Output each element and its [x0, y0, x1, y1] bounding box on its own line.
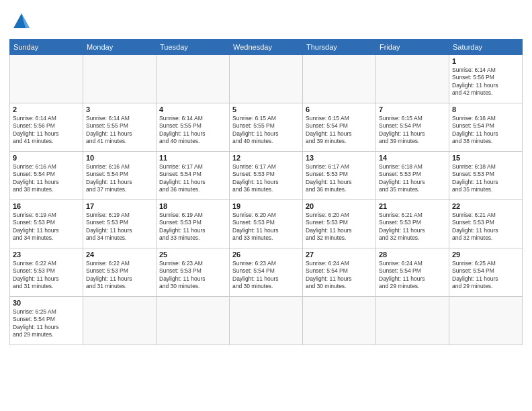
calendar-cell: 24Sunrise: 6:22 AMSunset: 5:53 PMDayligh…	[83, 248, 157, 297]
calendar-cell: 29Sunrise: 6:25 AMSunset: 5:54 PMDayligh…	[449, 248, 523, 297]
day-info: Sunrise: 6:18 AMSunset: 5:53 PMDaylight:…	[452, 163, 519, 194]
day-number: 17	[86, 202, 153, 210]
day-number: 25	[159, 250, 226, 259]
day-info: Sunrise: 6:16 AMSunset: 5:54 PMDaylight:…	[13, 163, 80, 194]
calendar-week-row: 30Sunrise: 6:25 AMSunset: 5:54 PMDayligh…	[10, 297, 523, 345]
calendar-cell: 11Sunrise: 6:17 AMSunset: 5:54 PMDayligh…	[157, 152, 230, 200]
day-number: 23	[13, 250, 80, 259]
calendar-cell	[376, 297, 449, 345]
day-number: 21	[379, 202, 446, 210]
day-info: Sunrise: 6:14 AMSunset: 5:55 PMDaylight:…	[159, 115, 226, 146]
day-info: Sunrise: 6:25 AMSunset: 5:54 PMDaylight:…	[13, 308, 80, 339]
calendar-cell: 18Sunrise: 6:19 AMSunset: 5:53 PMDayligh…	[157, 200, 230, 248]
calendar-cell	[230, 297, 303, 345]
day-number: 24	[86, 250, 153, 259]
calendar-week-row: 9Sunrise: 6:16 AMSunset: 5:54 PMDaylight…	[10, 152, 523, 200]
calendar-cell: 8Sunrise: 6:16 AMSunset: 5:54 PMDaylight…	[449, 103, 523, 152]
calendar-week-row: 16Sunrise: 6:19 AMSunset: 5:53 PMDayligh…	[10, 200, 523, 248]
day-info: Sunrise: 6:19 AMSunset: 5:53 PMDaylight:…	[159, 212, 226, 242]
day-number: 28	[379, 250, 446, 259]
calendar-cell	[157, 55, 230, 103]
day-info: Sunrise: 6:24 AMSunset: 5:54 PMDaylight:…	[379, 260, 446, 291]
weekday-header-row: SundayMondayTuesdayWednesdayThursdayFrid…	[10, 40, 523, 55]
day-number: 30	[13, 299, 80, 307]
day-number: 9	[13, 154, 80, 162]
day-info: Sunrise: 6:16 AMSunset: 5:54 PMDaylight:…	[452, 115, 519, 146]
calendar-cell: 5Sunrise: 6:15 AMSunset: 5:55 PMDaylight…	[230, 103, 303, 152]
day-info: Sunrise: 6:22 AMSunset: 5:53 PMDaylight:…	[86, 260, 153, 291]
weekday-header-tuesday: Tuesday	[157, 40, 230, 55]
calendar-cell: 4Sunrise: 6:14 AMSunset: 5:55 PMDaylight…	[157, 103, 230, 152]
calendar-cell	[230, 55, 303, 103]
day-number: 1	[452, 57, 519, 65]
calendar-cell: 1Sunrise: 6:14 AMSunset: 5:56 PMDaylight…	[449, 55, 523, 103]
day-info: Sunrise: 6:17 AMSunset: 5:53 PMDaylight:…	[306, 163, 373, 194]
calendar-cell	[157, 297, 230, 345]
day-number: 3	[86, 105, 153, 113]
day-number: 26	[232, 250, 300, 259]
day-info: Sunrise: 6:17 AMSunset: 5:53 PMDaylight:…	[232, 163, 300, 194]
day-number: 8	[452, 105, 519, 113]
calendar-cell: 23Sunrise: 6:22 AMSunset: 5:53 PMDayligh…	[10, 248, 83, 297]
weekday-header-wednesday: Wednesday	[230, 40, 303, 55]
day-number: 6	[306, 105, 373, 113]
calendar-cell: 15Sunrise: 6:18 AMSunset: 5:53 PMDayligh…	[449, 152, 523, 200]
day-info: Sunrise: 6:14 AMSunset: 5:56 PMDaylight:…	[13, 115, 80, 146]
day-info: Sunrise: 6:24 AMSunset: 5:54 PMDaylight:…	[306, 260, 373, 291]
calendar-cell	[376, 55, 449, 103]
calendar-cell: 25Sunrise: 6:23 AMSunset: 5:53 PMDayligh…	[157, 248, 230, 297]
day-info: Sunrise: 6:21 AMSunset: 5:53 PMDaylight:…	[379, 212, 446, 242]
weekday-header-saturday: Saturday	[449, 40, 523, 55]
calendar-week-row: 2Sunrise: 6:14 AMSunset: 5:56 PMDaylight…	[10, 103, 523, 152]
day-number: 11	[159, 154, 226, 162]
day-number: 22	[452, 202, 519, 210]
day-number: 12	[232, 154, 300, 162]
day-number: 20	[306, 202, 373, 210]
calendar-cell: 19Sunrise: 6:20 AMSunset: 5:53 PMDayligh…	[230, 200, 303, 248]
day-number: 5	[232, 105, 300, 113]
day-info: Sunrise: 6:23 AMSunset: 5:53 PMDaylight:…	[159, 260, 226, 291]
calendar-cell: 6Sunrise: 6:15 AMSunset: 5:54 PMDaylight…	[303, 103, 376, 152]
calendar-cell: 27Sunrise: 6:24 AMSunset: 5:54 PMDayligh…	[303, 248, 376, 297]
day-info: Sunrise: 6:15 AMSunset: 5:54 PMDaylight:…	[379, 115, 446, 146]
day-info: Sunrise: 6:20 AMSunset: 5:53 PMDaylight:…	[306, 212, 373, 242]
weekday-header-friday: Friday	[376, 40, 449, 55]
day-info: Sunrise: 6:19 AMSunset: 5:53 PMDaylight:…	[86, 212, 153, 242]
day-number: 15	[452, 154, 519, 162]
header	[9, 7, 523, 34]
day-number: 14	[379, 154, 446, 162]
day-info: Sunrise: 6:16 AMSunset: 5:54 PMDaylight:…	[86, 163, 153, 194]
day-number: 7	[379, 105, 446, 113]
day-info: Sunrise: 6:14 AMSunset: 5:56 PMDaylight:…	[452, 66, 519, 97]
day-info: Sunrise: 6:23 AMSunset: 5:54 PMDaylight:…	[232, 260, 300, 291]
day-info: Sunrise: 6:25 AMSunset: 5:54 PMDaylight:…	[452, 260, 519, 291]
calendar-cell: 17Sunrise: 6:19 AMSunset: 5:53 PMDayligh…	[83, 200, 157, 248]
calendar-cell	[303, 55, 376, 103]
day-number: 4	[159, 105, 226, 113]
calendar-cell: 13Sunrise: 6:17 AMSunset: 5:53 PMDayligh…	[303, 152, 376, 200]
day-info: Sunrise: 6:20 AMSunset: 5:53 PMDaylight:…	[232, 212, 300, 242]
calendar-table: SundayMondayTuesdayWednesdayThursdayFrid…	[9, 39, 523, 345]
calendar-header: SundayMondayTuesdayWednesdayThursdayFrid…	[10, 40, 523, 55]
day-number: 29	[452, 250, 519, 259]
calendar-cell: 21Sunrise: 6:21 AMSunset: 5:53 PMDayligh…	[376, 200, 449, 248]
calendar-cell: 30Sunrise: 6:25 AMSunset: 5:54 PMDayligh…	[10, 297, 83, 345]
calendar-cell: 9Sunrise: 6:16 AMSunset: 5:54 PMDaylight…	[10, 152, 83, 200]
calendar-cell: 14Sunrise: 6:18 AMSunset: 5:53 PMDayligh…	[376, 152, 449, 200]
day-number: 27	[306, 250, 373, 259]
calendar-cell	[83, 297, 157, 345]
day-info: Sunrise: 6:22 AMSunset: 5:53 PMDaylight:…	[13, 260, 80, 291]
day-info: Sunrise: 6:21 AMSunset: 5:53 PMDaylight:…	[452, 212, 519, 242]
calendar-cell	[303, 297, 376, 345]
calendar-cell: 16Sunrise: 6:19 AMSunset: 5:53 PMDayligh…	[10, 200, 83, 248]
calendar-cell: 7Sunrise: 6:15 AMSunset: 5:54 PMDaylight…	[376, 103, 449, 152]
calendar-cell: 12Sunrise: 6:17 AMSunset: 5:53 PMDayligh…	[230, 152, 303, 200]
calendar-page: SundayMondayTuesdayWednesdayThursdayFrid…	[0, 0, 532, 411]
day-info: Sunrise: 6:19 AMSunset: 5:53 PMDaylight:…	[13, 212, 80, 242]
day-number: 18	[159, 202, 226, 210]
day-number: 10	[86, 154, 153, 162]
day-number: 19	[232, 202, 300, 210]
day-info: Sunrise: 6:14 AMSunset: 5:55 PMDaylight:…	[86, 115, 153, 146]
day-number: 13	[306, 154, 373, 162]
day-info: Sunrise: 6:15 AMSunset: 5:55 PMDaylight:…	[232, 115, 300, 146]
